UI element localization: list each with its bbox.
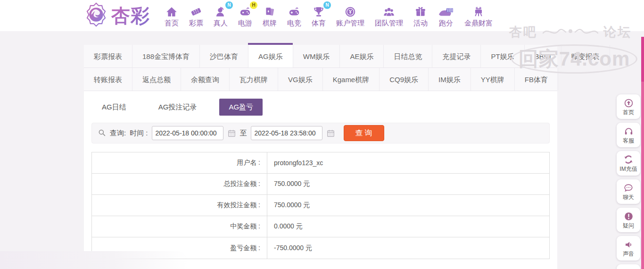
badge-h: H bbox=[250, 1, 257, 9]
nav-item-lottery[interactable]: 彩票 bbox=[189, 4, 203, 28]
side-item-question[interactable]: 疑问 bbox=[617, 208, 640, 232]
table-row: 用户名 :protongfo123_xc bbox=[92, 152, 549, 174]
scrollbar-thumb[interactable] bbox=[641, 37, 644, 82]
brand-title: 杏彩 bbox=[111, 3, 150, 29]
side-item-label: 声音 bbox=[623, 250, 634, 258]
nav-item-home[interactable]: 首页 bbox=[165, 4, 179, 28]
tab-row2-9[interactable]: YY棋牌 bbox=[471, 68, 515, 91]
date-to-input[interactable] bbox=[251, 126, 322, 140]
tab-row1-6[interactable]: AE娱乐 bbox=[340, 45, 384, 67]
gift-icon bbox=[414, 4, 427, 18]
report-tabs-row1: 彩票报表188金宝博体育沙巴体育AG娱乐WM娱乐AE娱乐日结总览充提记录PT娱乐… bbox=[84, 45, 557, 68]
chat-bubble-icon bbox=[623, 183, 634, 193]
floating-tool-rail: 首页客服IM充值聊天疑问声音下载 bbox=[617, 94, 640, 269]
row-label: 有效投注金额 : bbox=[92, 195, 267, 216]
team-icon bbox=[382, 4, 396, 18]
coin-icon bbox=[344, 4, 356, 18]
subtab-2[interactable]: AG投注记录 bbox=[149, 99, 206, 116]
nav-item-label: 彩票 bbox=[189, 19, 203, 28]
headset-icon bbox=[624, 126, 634, 136]
side-item-label: IM充值 bbox=[619, 165, 637, 173]
tab-row1-4[interactable]: AG娱乐 bbox=[248, 45, 293, 67]
tab-row2-10[interactable]: FB体育 bbox=[515, 68, 558, 91]
nav-item-label: 团队管理 bbox=[375, 19, 403, 28]
report-tabs-row2: 转账报表返点总额余额查询瓦力棋牌VG娱乐Kgame棋牌CQ9娱乐IM娱乐YY棋牌… bbox=[84, 68, 557, 91]
nav-item-sports[interactable]: N体育 bbox=[312, 4, 326, 28]
nav-item-account-management[interactable]: 账户管理 bbox=[336, 4, 364, 28]
tab-row2-3[interactable]: 余额查询 bbox=[181, 68, 230, 91]
row-value: protongfo123_xc bbox=[267, 152, 323, 173]
tab-row1-1[interactable]: 彩票报表 bbox=[84, 45, 132, 67]
profit-summary-table: 用户名 :protongfo123_xc总投注金额 :750.0000 元有效投… bbox=[91, 152, 550, 259]
brand-logo[interactable]: 杏彩 bbox=[84, 2, 150, 29]
row-label: 盈亏金额 : bbox=[92, 237, 267, 259]
tab-row2-4[interactable]: 瓦力棋牌 bbox=[230, 68, 278, 91]
row-value: 750.0000 元 bbox=[267, 174, 310, 194]
tab-row2-8[interactable]: IM娱乐 bbox=[429, 68, 471, 91]
nav-item-live-casino[interactable]: N真人 bbox=[214, 4, 228, 28]
tab-row1-10[interactable]: BBIN bbox=[525, 45, 561, 67]
exclamation-icon bbox=[624, 211, 634, 221]
side-item-label: 客服 bbox=[623, 137, 634, 145]
main-nav: 首页彩票N真人H电游棋牌电竞N体育账户管理团队管理活动跑分金鼎财富 bbox=[159, 4, 498, 28]
row-value: 750.0000 元 bbox=[267, 195, 310, 216]
paofen-icon bbox=[438, 4, 454, 18]
nav-item-board-games[interactable]: 棋牌 bbox=[263, 4, 277, 28]
nav-item-label: 活动 bbox=[413, 19, 428, 28]
calendar-to-icon[interactable] bbox=[326, 129, 335, 138]
nav-item-activities[interactable]: 活动 bbox=[413, 4, 428, 28]
ag-subtabs: AG日结AG投注记录AG盈亏 bbox=[92, 99, 557, 116]
nav-item-jinding-wealth[interactable]: 金鼎财富 bbox=[464, 4, 493, 28]
side-item-label: 聊天 bbox=[623, 193, 634, 202]
tab-row2-6[interactable]: Kgame棋牌 bbox=[323, 68, 380, 91]
speaker-icon bbox=[624, 239, 634, 250]
nav-item-label: 金鼎财富 bbox=[464, 19, 493, 28]
to-label: 至 bbox=[240, 129, 247, 138]
row-label: 中奖金额 : bbox=[92, 216, 267, 237]
time-label: 时间 : bbox=[130, 129, 148, 138]
query-label: 查询: bbox=[110, 129, 126, 138]
badge-n: N bbox=[323, 1, 331, 9]
ticket-icon bbox=[190, 4, 202, 18]
tab-row2-5[interactable]: VG娱乐 bbox=[278, 68, 323, 91]
date-from-input[interactable] bbox=[152, 126, 223, 140]
side-item-chat[interactable]: 聊天 bbox=[617, 179, 640, 204]
table-row: 有效投注金额 :750.0000 元 bbox=[92, 195, 549, 216]
tab-row1-2[interactable]: 188金宝博体育 bbox=[132, 45, 200, 67]
nav-item-label: 首页 bbox=[165, 19, 179, 28]
badge-n: N bbox=[225, 1, 233, 9]
tab-row1-9[interactable]: PT娱乐 bbox=[481, 45, 524, 67]
query-submit-button[interactable]: 查 询 bbox=[344, 125, 384, 141]
tab-row2-2[interactable]: 返点总额 bbox=[132, 68, 181, 91]
nav-item-paofen[interactable]: 跑分 bbox=[438, 4, 454, 28]
tab-row1-11[interactable]: 账变报表 bbox=[561, 45, 610, 67]
nav-item-e-games[interactable]: H电游 bbox=[238, 4, 252, 28]
tab-row1-7[interactable]: 日结总览 bbox=[384, 45, 432, 67]
query-bar: 查询: 时间 : 至 查 询 bbox=[91, 123, 550, 143]
tab-row1-8[interactable]: 充提记录 bbox=[432, 45, 481, 67]
side-item-home[interactable]: 首页 bbox=[617, 94, 640, 119]
calendar-from-icon[interactable] bbox=[227, 129, 236, 138]
table-row: 盈亏金额 :-750.0000 元 bbox=[92, 237, 549, 259]
side-item-download[interactable]: 下载 bbox=[617, 264, 640, 269]
tab-row1-5[interactable]: WM娱乐 bbox=[293, 45, 340, 67]
nav-item-team-management[interactable]: 团队管理 bbox=[375, 4, 403, 28]
report-content-panel: 彩票报表188金宝博体育沙巴体育AG娱乐WM娱乐AE娱乐日结总览充提记录PT娱乐… bbox=[84, 45, 557, 269]
page-scrollbar[interactable] bbox=[641, 37, 644, 269]
row-label: 用户名 : bbox=[92, 152, 267, 173]
row-value: -750.0000 元 bbox=[267, 237, 312, 259]
side-item-im-recharge[interactable]: IM充值 bbox=[617, 151, 640, 176]
search-icon bbox=[98, 128, 106, 138]
row-label: 总投注金额 : bbox=[92, 174, 267, 194]
nav-item-label: 账户管理 bbox=[336, 19, 364, 28]
tab-row2-1[interactable]: 转账报表 bbox=[84, 68, 132, 91]
side-item-customer-service[interactable]: 客服 bbox=[617, 123, 640, 147]
nav-item-e-sports[interactable]: 电竞 bbox=[287, 4, 301, 28]
subtab-3[interactable]: AG盈亏 bbox=[219, 99, 263, 116]
tab-row2-7[interactable]: CQ9娱乐 bbox=[380, 68, 429, 91]
table-row: 中奖金额 :0.0000 元 bbox=[92, 216, 549, 237]
side-item-sound[interactable]: 声音 bbox=[617, 236, 640, 261]
tab-row1-3[interactable]: 沙巴体育 bbox=[200, 45, 248, 67]
esports-gamepad-icon bbox=[288, 4, 301, 18]
subtab-1[interactable]: AG日结 bbox=[92, 99, 136, 116]
